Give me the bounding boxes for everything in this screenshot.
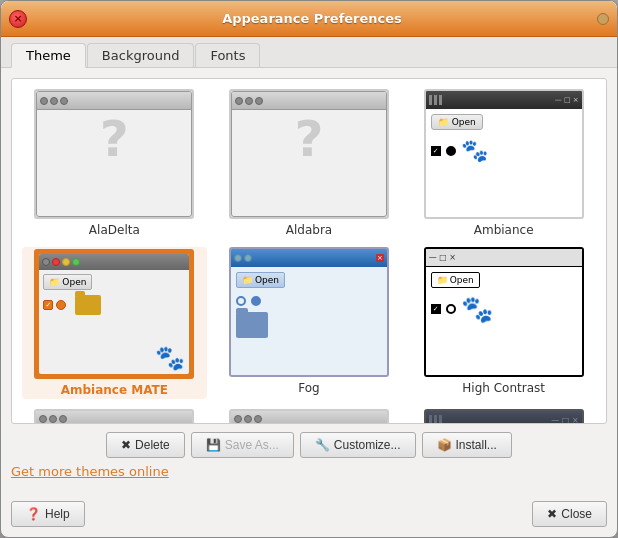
close-icon: × xyxy=(13,12,22,25)
theme-preview-aladelta: ? xyxy=(34,89,194,219)
preview-titlebar xyxy=(37,92,191,110)
dot xyxy=(245,97,253,105)
preview-titlebar xyxy=(36,411,192,423)
dot xyxy=(40,97,48,105)
theme-name-aldabra: Aldabra xyxy=(286,223,332,237)
footer: ❓ Help ✖ Close xyxy=(1,495,617,537)
tab-theme[interactable]: Theme xyxy=(11,43,86,68)
theme-name-ambiance: Ambiance xyxy=(474,223,534,237)
help-button[interactable]: ❓ Help xyxy=(11,501,85,527)
theme-name-fog: Fog xyxy=(298,381,319,395)
themes-scroll-area[interactable]: ? AlaDelta xyxy=(12,79,606,423)
window-title: Appearance Preferences xyxy=(27,11,597,26)
dot xyxy=(254,415,262,423)
action-buttons-row: ✖ Delete 💾 Save As... 🔧 Customize... 📦 I… xyxy=(11,424,607,458)
tabs-bar: Theme Background Fonts xyxy=(1,37,617,68)
dot xyxy=(255,97,263,105)
theme-name-ambiance-mate: Ambiance MATE xyxy=(61,383,168,397)
tab-background[interactable]: Background xyxy=(87,43,195,67)
theme-item-fog[interactable]: × 📁 Open xyxy=(217,247,402,399)
theme-preview-row2-2: 📁 ? xyxy=(229,409,389,423)
preview-titlebar xyxy=(231,411,387,423)
themes-grid: ? AlaDelta xyxy=(22,89,596,423)
dot xyxy=(50,97,58,105)
help-icon: ❓ xyxy=(26,507,41,521)
theme-name-aladelta: AlaDelta xyxy=(89,223,140,237)
dot xyxy=(59,415,67,423)
main-window: × Appearance Preferences Theme Backgroun… xyxy=(0,0,618,538)
save-as-icon: 💾 xyxy=(206,438,221,452)
more-themes-link[interactable]: Get more themes online xyxy=(11,464,169,479)
theme-item-high-contrast[interactable]: — □ × 📁 Open ✓ 🐾 xyxy=(411,247,596,399)
preview-titlebar xyxy=(232,92,386,110)
theme-item-row2-3[interactable]: — □ × 📁 Open xyxy=(411,409,596,423)
theme-item-ambiance[interactable]: — □ × 📁 Open ✓ 🐾 xyxy=(411,89,596,237)
theme-preview-fog: × 📁 Open xyxy=(229,247,389,377)
install-button[interactable]: 📦 Install... xyxy=(422,432,512,458)
dot xyxy=(39,415,47,423)
tab-fonts[interactable]: Fonts xyxy=(195,43,260,67)
delete-button[interactable]: ✖ Delete xyxy=(106,432,185,458)
dot xyxy=(234,415,242,423)
save-as-button[interactable]: 💾 Save As... xyxy=(191,432,294,458)
theme-item-row2-2[interactable]: 📁 ? xyxy=(217,409,402,423)
theme-preview-high-contrast: — □ × 📁 Open ✓ 🐾 xyxy=(424,247,584,377)
theme-item-row2-1[interactable]: 📁 ? xyxy=(22,409,207,423)
theme-preview-row2-3: — □ × 📁 Open xyxy=(424,409,584,423)
question-mark: ? xyxy=(37,110,191,168)
delete-icon: ✖ xyxy=(121,438,131,452)
content-area: ? AlaDelta xyxy=(1,68,617,495)
theme-preview-ambiance-mate: 📁 Open ✓ 🐾 xyxy=(34,249,194,379)
close-icon-footer: ✖ xyxy=(547,507,557,521)
dot xyxy=(244,415,252,423)
theme-preview-aldabra: ? xyxy=(229,89,389,219)
theme-preview-ambiance: — □ × 📁 Open ✓ 🐾 xyxy=(424,89,584,219)
close-button-footer[interactable]: ✖ Close xyxy=(532,501,607,527)
install-icon: 📦 xyxy=(437,438,452,452)
dot xyxy=(235,97,243,105)
close-button[interactable]: × xyxy=(9,10,27,28)
customize-icon: 🔧 xyxy=(315,438,330,452)
titlebar: × Appearance Preferences xyxy=(1,1,617,37)
theme-item-aladelta[interactable]: ? AlaDelta xyxy=(22,89,207,237)
theme-item-aldabra[interactable]: ? Aldabra xyxy=(217,89,402,237)
dot xyxy=(49,415,57,423)
theme-preview-row2-1: 📁 ? xyxy=(34,409,194,423)
dot xyxy=(60,97,68,105)
theme-name-high-contrast: High Contrast xyxy=(462,381,545,395)
theme-item-ambiance-mate[interactable]: 📁 Open ✓ 🐾 xyxy=(22,247,207,399)
link-row: Get more themes online xyxy=(11,458,607,485)
question-mark: ? xyxy=(232,110,386,168)
themes-panel: ? AlaDelta xyxy=(11,78,607,424)
customize-button[interactable]: 🔧 Customize... xyxy=(300,432,416,458)
resize-dot xyxy=(597,13,609,25)
